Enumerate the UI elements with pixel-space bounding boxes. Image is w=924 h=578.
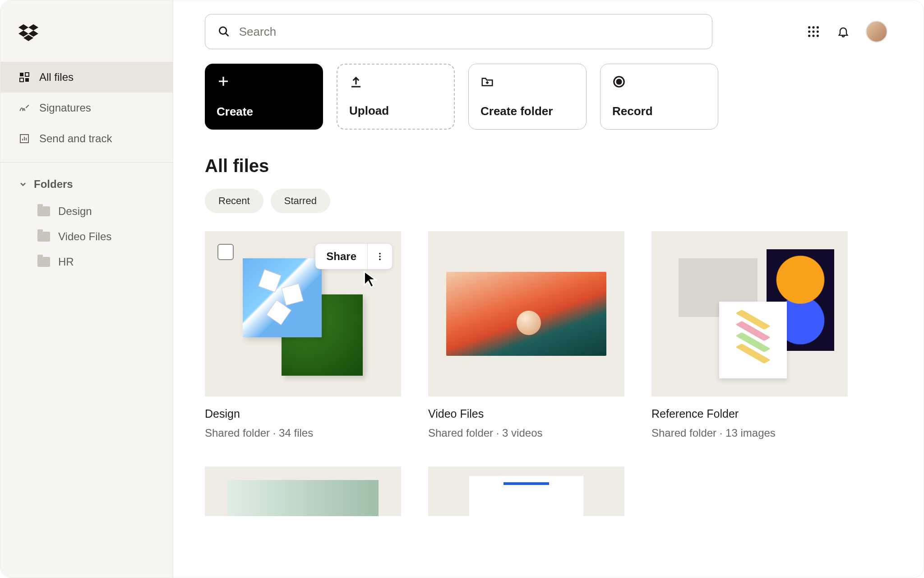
nav-label: Signatures: [39, 102, 91, 114]
svg-point-5: [219, 27, 226, 34]
chip-recent[interactable]: Recent: [205, 189, 263, 213]
card-thumbnail: Share: [205, 231, 401, 396]
folder-card[interactable]: [205, 466, 401, 516]
folder-icon: [37, 232, 50, 242]
svg-rect-2: [20, 78, 23, 82]
preview-image: [282, 284, 304, 306]
svg-point-18: [379, 256, 381, 257]
top-icons: [806, 21, 892, 42]
svg-point-10: [812, 30, 814, 33]
record-button[interactable]: Record: [600, 64, 718, 130]
nav-label: Send and track: [39, 132, 112, 145]
svg-point-11: [817, 30, 819, 33]
more-options-button[interactable]: [368, 244, 392, 269]
nav-signatures[interactable]: Signatures: [0, 93, 173, 123]
folder-card-reference[interactable]: Reference Folder Shared folder · 13 imag…: [651, 231, 848, 439]
svg-rect-1: [25, 73, 29, 76]
file-grid-row-2: [205, 466, 892, 516]
filter-chips: Recent Starred: [205, 189, 892, 213]
bell-icon: [837, 25, 850, 38]
folder-label: HR: [58, 256, 74, 268]
folder-card-design[interactable]: Share Design Shared folder · 34 files: [205, 231, 401, 439]
chevron-down-icon: [18, 180, 28, 189]
card-meta: Shared folder · 34 files: [205, 427, 401, 439]
folders-header-label: Folders: [34, 178, 73, 191]
svg-rect-3: [25, 78, 29, 82]
folder-label: Design: [58, 205, 92, 218]
preview-image: [227, 480, 379, 516]
nav-send-track[interactable]: Send and track: [0, 123, 173, 154]
record-icon: [612, 75, 626, 89]
svg-point-8: [817, 26, 819, 28]
upload-icon: [349, 75, 363, 89]
card-meta: Shared folder · 3 videos: [428, 427, 624, 439]
svg-rect-0: [20, 73, 23, 76]
svg-point-13: [812, 35, 814, 37]
preview-image: [719, 302, 787, 378]
nav-all-files[interactable]: All files: [0, 62, 173, 93]
main-content: Create Upload Create folder Record All f…: [173, 0, 924, 578]
svg-point-6: [808, 26, 810, 28]
folder-label: Video Files: [58, 230, 111, 243]
chip-starred[interactable]: Starred: [271, 189, 330, 213]
avatar[interactable]: [866, 21, 887, 42]
preview-image: [243, 258, 322, 337]
sidebar-divider: [0, 162, 173, 163]
select-checkbox[interactable]: [217, 244, 234, 260]
sidebar: All files Signatures Send and track Fold…: [0, 0, 173, 578]
preview-image: [446, 272, 606, 356]
share-button[interactable]: Share: [315, 244, 368, 269]
folder-design[interactable]: Design: [0, 199, 173, 224]
folder-card-video-files[interactable]: Video Files Shared folder · 3 videos: [428, 231, 624, 439]
create-folder-button[interactable]: Create folder: [468, 64, 587, 130]
apps-grid-icon: [807, 25, 820, 38]
action-label: Upload: [349, 104, 442, 118]
folder-hr[interactable]: HR: [0, 249, 173, 275]
nav-label: All files: [39, 71, 74, 84]
svg-point-17: [379, 253, 381, 255]
folder-video-files[interactable]: Video Files: [0, 224, 173, 249]
svg-point-16: [617, 79, 621, 84]
app-root: All files Signatures Send and track Fold…: [0, 0, 924, 578]
folder-icon: [37, 257, 50, 267]
action-label: Create: [217, 105, 311, 119]
signature-icon: [18, 102, 30, 114]
create-button[interactable]: Create: [205, 64, 323, 130]
card-title: Design: [205, 407, 401, 420]
svg-point-19: [379, 259, 381, 261]
topbar: [205, 14, 892, 49]
dropbox-icon: [18, 23, 38, 43]
folders-toggle[interactable]: Folders: [0, 173, 173, 199]
svg-point-9: [808, 30, 810, 33]
card-meta: Shared folder · 13 images: [651, 427, 848, 439]
preview-image: [469, 475, 584, 516]
action-label: Record: [612, 104, 706, 118]
apps-button[interactable]: [806, 24, 821, 39]
folder-icon: [37, 206, 50, 216]
search-box[interactable]: [205, 14, 712, 49]
plus-icon: [217, 75, 230, 88]
grid-icon: [18, 71, 30, 83]
more-vertical-icon: [375, 252, 385, 261]
svg-point-7: [812, 26, 814, 28]
cursor-icon: [361, 270, 379, 288]
preview-image: [258, 269, 281, 292]
action-label: Create folder: [480, 104, 574, 118]
page-title: All files: [205, 156, 892, 176]
card-title: Reference Folder: [651, 407, 848, 420]
card-thumbnail: [428, 231, 624, 396]
search-icon: [218, 25, 230, 38]
action-bar: Create Upload Create folder Record: [205, 64, 892, 130]
hover-controls: Share: [315, 244, 392, 269]
preview-image: [517, 311, 541, 335]
search-input[interactable]: [239, 25, 699, 39]
file-grid: Share Design Shared folder · 34 files: [205, 231, 892, 439]
analytics-icon: [18, 133, 30, 144]
notifications-button[interactable]: [836, 24, 850, 39]
folder-card[interactable]: [428, 466, 624, 516]
logo[interactable]: [0, 12, 173, 62]
card-title: Video Files: [428, 407, 624, 420]
card-thumbnail: [651, 231, 848, 396]
upload-button[interactable]: Upload: [337, 64, 455, 130]
svg-point-12: [808, 35, 810, 37]
